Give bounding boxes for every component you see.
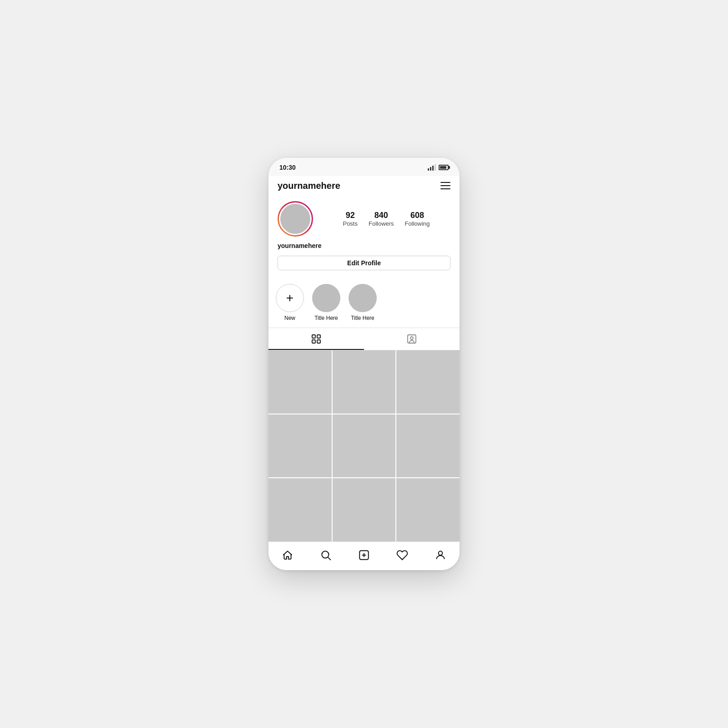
- tagged-tab-icon: [406, 334, 417, 344]
- grid-tab-icon: [311, 334, 322, 344]
- header: yournamehere: [268, 176, 460, 196]
- menu-icon[interactable]: [440, 182, 450, 189]
- tabs-section: [268, 328, 460, 350]
- posts-count: 92: [346, 211, 355, 220]
- avatar-wrapper[interactable]: [278, 201, 313, 237]
- nav-profile[interactable]: [431, 547, 450, 563]
- svg-line-7: [328, 557, 331, 560]
- signal-icon: [428, 164, 436, 171]
- highlights-section: + New Title Here Title Here: [268, 277, 460, 328]
- profile-row: 92 Posts 840 Followers 608 Following: [278, 201, 450, 237]
- grid-cell-3[interactable]: [396, 350, 460, 414]
- grid-cell-8[interactable]: [333, 478, 396, 541]
- grid-cell-4[interactable]: [268, 415, 332, 478]
- battery-icon: [439, 165, 449, 170]
- svg-rect-2: [312, 340, 315, 343]
- grid-cell-5[interactable]: [333, 415, 396, 478]
- highlight-2-circle[interactable]: [349, 284, 377, 312]
- phone-frame: 10:30 yournamehere: [268, 158, 460, 570]
- svg-rect-1: [317, 335, 320, 338]
- highlights-row: + New Title Here Title Here: [276, 284, 452, 321]
- new-highlight-circle[interactable]: +: [276, 284, 304, 312]
- nav-likes[interactable]: [393, 547, 412, 563]
- home-icon: [282, 549, 293, 561]
- svg-point-5: [410, 337, 413, 339]
- highlight-2-label: Title Here: [351, 315, 374, 321]
- highlight-new[interactable]: + New: [276, 284, 304, 321]
- highlight-2[interactable]: Title Here: [349, 284, 377, 321]
- nav-home[interactable]: [278, 547, 297, 563]
- svg-rect-4: [408, 335, 416, 343]
- status-icons: [428, 164, 449, 171]
- plus-icon: +: [286, 292, 293, 304]
- followers-label: Followers: [369, 220, 394, 227]
- highlight-1-label: Title Here: [314, 315, 338, 321]
- header-username: yournamehere: [278, 181, 340, 191]
- tab-tagged[interactable]: [364, 328, 460, 350]
- nav-search[interactable]: [316, 547, 335, 563]
- svg-rect-3: [317, 340, 320, 343]
- profile-section: 92 Posts 840 Followers 608 Following you…: [268, 196, 460, 277]
- stats-row: 92 Posts 840 Followers 608 Following: [322, 211, 450, 227]
- svg-point-6: [322, 551, 329, 558]
- highlight-1-circle[interactable]: [312, 284, 340, 312]
- grid-cell-1[interactable]: [268, 350, 332, 414]
- search-icon: [320, 549, 332, 561]
- tab-grid[interactable]: [268, 328, 364, 350]
- svg-rect-0: [312, 335, 315, 338]
- followers-count: 840: [374, 211, 388, 220]
- status-bar: 10:30: [268, 158, 460, 176]
- avatar: [279, 202, 312, 235]
- new-highlight-label: New: [284, 315, 295, 321]
- photo-grid: [268, 350, 460, 541]
- bottom-nav: [268, 541, 460, 570]
- grid-cell-9[interactable]: [396, 478, 460, 541]
- posts-label: Posts: [343, 220, 358, 227]
- nav-add[interactable]: [354, 547, 374, 563]
- grid-cell-2[interactable]: [333, 350, 396, 414]
- status-time: 10:30: [279, 164, 296, 171]
- add-icon: [358, 549, 370, 561]
- stat-posts[interactable]: 92 Posts: [343, 211, 358, 227]
- following-count: 608: [410, 211, 424, 220]
- following-label: Following: [405, 220, 430, 227]
- profile-username: yournamehere: [278, 242, 450, 249]
- profile-icon: [435, 549, 446, 561]
- stat-following[interactable]: 608 Following: [405, 211, 430, 227]
- grid-cell-6[interactable]: [396, 415, 460, 478]
- edit-profile-button[interactable]: Edit Profile: [278, 256, 450, 270]
- heart-icon: [396, 549, 408, 561]
- highlight-1[interactable]: Title Here: [312, 284, 340, 321]
- svg-point-11: [439, 551, 443, 555]
- stat-followers[interactable]: 840 Followers: [369, 211, 394, 227]
- grid-cell-7[interactable]: [268, 478, 332, 541]
